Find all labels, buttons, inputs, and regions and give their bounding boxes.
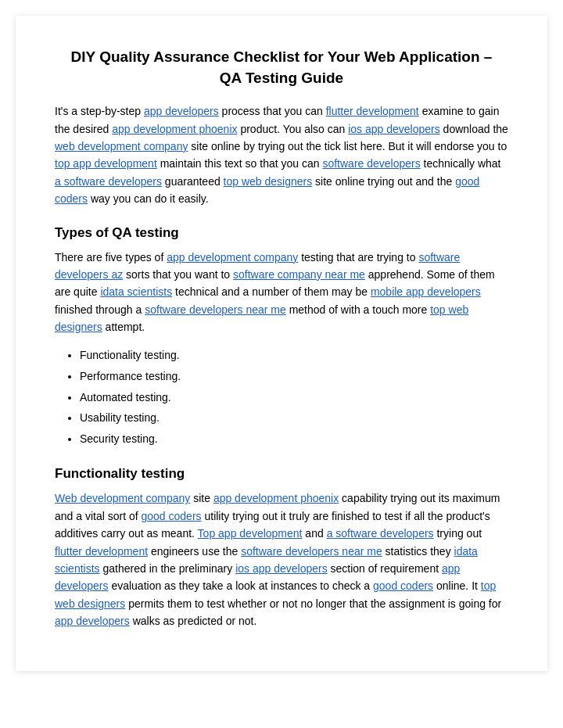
list-item-1: Functionality testing. — [80, 345, 508, 366]
link-good-coders-2[interactable]: good coders — [142, 510, 202, 522]
link-software-developers[interactable]: software developers — [322, 157, 420, 170]
link-app-development-phoenix[interactable]: app development phoenix — [112, 123, 237, 135]
link-app-developers[interactable]: app developers — [144, 105, 219, 117]
link-mobile-app-developers[interactable]: mobile app developers — [371, 285, 481, 298]
section1-heading: Types of QA testing — [55, 225, 508, 241]
link-a-software-developers-2[interactable]: a software developers — [327, 527, 434, 540]
section2-heading: Functionality testing — [55, 466, 508, 482]
link-ios-app-developers[interactable]: ios app developers — [348, 123, 440, 135]
page-title: DIY Quality Assurance Checklist for Your… — [55, 47, 508, 88]
link-app-developers-3[interactable]: app developers — [55, 615, 130, 627]
link-flutter-development-2[interactable]: flutter development — [55, 545, 148, 558]
link-idata-scientists[interactable]: idata scientists — [100, 285, 172, 298]
link-software-developers-near-me-2[interactable]: software developers near me — [241, 545, 382, 558]
intro-paragraph: It's a step-by-step app developers proce… — [55, 102, 508, 207]
link-app-development-phoenix-2[interactable]: app development phoenix — [213, 492, 339, 504]
section2-paragraph: Web development company site app develop… — [55, 490, 508, 629]
link-good-coders-3[interactable]: good coders — [373, 579, 433, 592]
link-flutter-development[interactable]: flutter development — [326, 105, 419, 117]
link-a-software-developers[interactable]: a software developers — [55, 175, 162, 188]
link-web-development-company[interactable]: web development company — [55, 140, 188, 152]
link-top-web-designers[interactable]: top web designers — [224, 175, 313, 188]
list-item-2: Performance testing. — [80, 366, 508, 387]
link-app-development-company[interactable]: app development company — [167, 251, 298, 264]
page-container: DIY Quality Assurance Checklist for Your… — [16, 16, 547, 671]
list-item-5: Security testing. — [80, 429, 508, 450]
link-web-development-company-2[interactable]: Web development company — [55, 492, 190, 504]
list-item-4: Usability testing. — [80, 407, 508, 429]
link-top-app-development[interactable]: top app development — [55, 157, 157, 170]
list-item-3: Automated testing. — [80, 387, 508, 408]
link-ios-app-developers-2[interactable]: ios app developers — [235, 562, 328, 575]
link-software-developers-near-me[interactable]: software developers near me — [145, 303, 286, 316]
section1-list: Functionality testing. Performance testi… — [80, 345, 508, 449]
link-software-company-near-me[interactable]: software company near me — [233, 268, 365, 281]
link-top-app-development-2[interactable]: Top app development — [198, 527, 303, 540]
section1-paragraph: There are five types of app development … — [55, 249, 508, 336]
